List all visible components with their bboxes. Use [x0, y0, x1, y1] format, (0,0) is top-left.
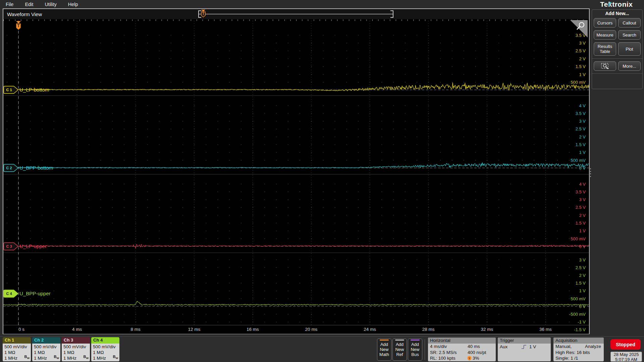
ch4-tick-label: 2.5 V	[576, 265, 586, 270]
minimap-trigger-marker-icon[interactable]: T	[201, 10, 205, 17]
waveform-view-container: Waveform View T 3.5 V3 V2.5 V2 V1.5 V1 V…	[3, 8, 590, 334]
ch4-tick-label: 500 mV	[571, 296, 586, 301]
channel-3-badge[interactable]: Ch 3 500 mV/div1 MΩ1 MHz BW	[62, 337, 90, 361]
measure-button[interactable]: Measure	[594, 30, 616, 40]
channel-1-name: Ch 1	[3, 337, 31, 344]
ref-accent	[395, 340, 404, 341]
time-axis-label: 16 ms	[247, 327, 259, 332]
search-button[interactable]: Search	[618, 30, 641, 40]
ch4-tick-label: 1.5 V	[576, 281, 586, 286]
panel-splitter-handle[interactable]	[589, 168, 591, 177]
acquisition-panel-title: Acquisition	[553, 338, 604, 344]
channel-2-badge[interactable]: Ch 2 500 mV/div1 MΩ1 MHz BW	[32, 337, 60, 361]
time-axis-label: 28 ms	[422, 327, 435, 332]
ch2-tick-label: 3 V	[579, 119, 586, 124]
logo-k-glyph: k	[608, 0, 612, 8]
horizontal-panel[interactable]: Horizontal 4 ms/div40 ms SR: 2.5 MS/s400…	[428, 338, 496, 361]
ch2-tick-label: 500 mV	[571, 158, 586, 163]
zoom-select-button[interactable]	[594, 61, 616, 71]
waveform-graticule[interactable]: 3.5 V3 V2.5 V2 V1.5 V1 V500 mVC 1U_LP-bo…	[3, 19, 589, 334]
ch2-tick-label: 1 V	[579, 150, 586, 155]
cursors-button[interactable]: Cursors	[594, 18, 616, 27]
ch2-tick-label: 2.5 V	[576, 126, 586, 131]
time-axis-label: 24 ms	[364, 327, 376, 332]
time-axis-label: 32 ms	[481, 327, 493, 332]
ch3-label[interactable]: U_LP-upper	[19, 243, 47, 249]
channel-4-badge[interactable]: Ch 4 500 mV/div1 MΩ1 MHz BW	[91, 337, 119, 361]
time-axis-label: 36 ms	[539, 327, 552, 332]
ch2-tick-label: 4 V	[579, 103, 586, 108]
ch1-tick-label: 2.5 V	[576, 48, 586, 53]
menu-utility[interactable]: Utility	[39, 2, 62, 7]
ch3-tick-label: 1.5 V	[576, 221, 586, 226]
menu-edit[interactable]: Edit	[19, 2, 39, 7]
results-table-button[interactable]: Results Table	[594, 42, 616, 56]
trigger-position-marker-icon[interactable]: T	[16, 21, 21, 30]
add-new-ref-button[interactable]: AddNewRef	[392, 339, 407, 361]
svg-text:C 2: C 2	[6, 166, 12, 170]
ch1-tick-label: 1 V	[579, 72, 586, 77]
sidebar-divider	[592, 58, 642, 59]
svg-text:C 3: C 3	[6, 244, 12, 248]
callout-button[interactable]: Callout	[618, 18, 641, 27]
horizontal-panel-title: Horizontal	[428, 338, 496, 344]
ch4-trace	[3, 301, 589, 306]
ch4-tick-label: 2 V	[579, 273, 586, 278]
add-new-math-button[interactable]: AddNewMath	[377, 339, 391, 361]
ch4-tick-label: -500 mV	[569, 312, 586, 317]
ch4-tick-label: -1 V	[578, 319, 586, 324]
svg-text:T: T	[202, 12, 204, 16]
more-button[interactable]: More...	[618, 61, 641, 71]
horizontal-position-minimap[interactable]: T	[197, 9, 395, 19]
ch3-tick-label: 3 V	[579, 197, 586, 202]
ch2-plot-badge[interactable]: C 2	[4, 164, 18, 172]
ch4-plot-badge[interactable]: C 4	[4, 290, 18, 297]
channel-2-name: Ch 2	[32, 337, 60, 344]
svg-text:T: T	[17, 23, 20, 28]
svg-text:C 4: C 4	[6, 292, 12, 296]
svg-text:C 1: C 1	[6, 88, 12, 92]
date-label: 28 May 2025	[611, 352, 642, 357]
time-axis-label: 12 ms	[188, 327, 200, 332]
ch1-plot-badge[interactable]: C 1	[4, 86, 18, 94]
time-axis-label: 8 ms	[131, 327, 141, 332]
ch1-trace	[3, 82, 589, 91]
ch1-tick-label: 500 mV	[571, 80, 586, 85]
ch2-tick-label: 2 V	[579, 134, 586, 139]
run-stop-status-button[interactable]: Stopped	[610, 339, 641, 350]
acquisition-panel[interactable]: Acquisition Manual,Analyze High Res: 16 …	[553, 338, 604, 361]
ch1-label[interactable]: U_LP-bottom	[19, 87, 49, 93]
trigger-source: Aux	[500, 344, 519, 350]
plot-button[interactable]: Plot	[618, 42, 641, 56]
bottom-bar-separator	[425, 339, 425, 360]
channel-1-badge[interactable]: Ch 1 500 mV/div1 MΩ1 MHz BW	[3, 337, 31, 361]
bandwidth-limit-icon: BW	[83, 354, 89, 361]
datetime-display: 28 May 2025 5:07:19 AM	[610, 352, 642, 362]
rising-edge-icon	[521, 345, 527, 349]
ch1-tick-label: 2 V	[579, 56, 586, 61]
ch4-tick-label: -1.5 V	[574, 327, 586, 332]
time-axis-label: 4 ms	[72, 327, 82, 332]
bandwidth-limit-icon: BW	[54, 354, 59, 361]
ch3-tick-label: 2 V	[579, 213, 586, 218]
ch3-tick-label: 1 V	[579, 228, 586, 233]
ch3-tick-label: 4 V	[579, 182, 586, 187]
bus-accent	[411, 340, 420, 341]
menu-help[interactable]: Help	[62, 2, 84, 7]
waveform-view-title: Waveform View	[7, 11, 42, 17]
trigger-panel[interactable]: Trigger Aux 1 V	[498, 338, 551, 361]
time-axis-label: 20 ms	[305, 327, 318, 332]
ch3-plot-badge[interactable]: C 3	[4, 243, 18, 250]
menu-file[interactable]: File	[0, 2, 19, 7]
add-new-title: Add New...	[594, 11, 641, 16]
ch3-tick-label: 500 mV	[571, 236, 586, 241]
ch2-tick-label: 1.5 V	[576, 142, 586, 147]
math-accent	[380, 340, 389, 341]
ch4-label[interactable]: U_BPP-upper	[19, 291, 51, 296]
ch2-tick-label: 3.5 V	[576, 111, 586, 116]
add-new-bus-button[interactable]: AddNewBus	[408, 339, 422, 361]
ch2-label[interactable]: U_BPP-bottom	[19, 165, 53, 171]
waveform-view-titlebar: Waveform View T	[3, 9, 589, 19]
ch3-trace	[3, 244, 589, 248]
svg-text:T: T	[469, 357, 470, 360]
